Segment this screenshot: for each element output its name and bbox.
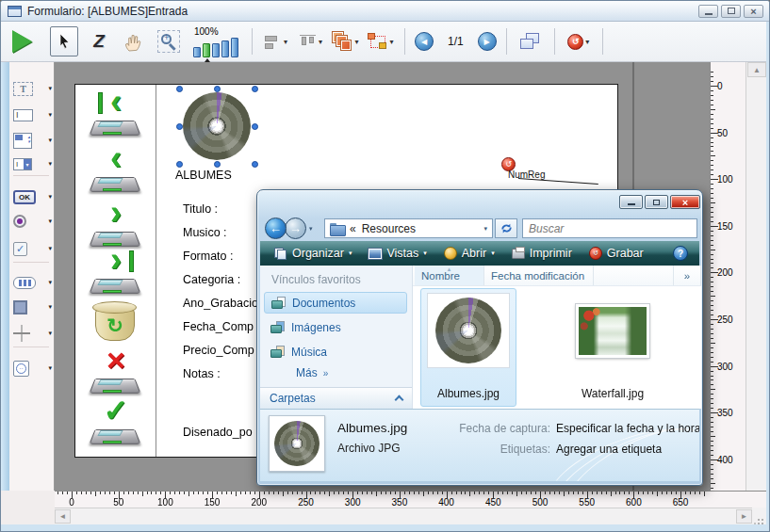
first-record-button[interactable]: ‹ [89,92,143,139]
help-button[interactable]: ? [673,246,688,261]
distribute-button[interactable]: ▾ [297,26,325,56]
horizontal-scrollbar[interactable]: ◄ ► [55,508,752,524]
pan-tool-button[interactable] [120,26,148,56]
column-header-name[interactable]: ▲Nombre [415,266,484,285]
toolbox-item-group-control[interactable]: ··▾ [13,357,52,379]
chevron-down-icon[interactable]: ▾ [389,38,393,46]
record-button[interactable]: ↺▾ [565,26,593,56]
recycle-button[interactable]: ↻ [92,299,138,345]
selection-handle[interactable] [176,161,183,168]
open-button[interactable]: Abrir▾ [435,241,503,266]
selection-handle[interactable] [176,86,183,92]
search-input[interactable] [523,222,696,235]
chevron-down-icon[interactable]: ▾ [48,111,52,119]
explorer-close-button[interactable]: × [670,195,700,209]
selection-handle[interactable] [176,123,183,130]
align-button[interactable]: ▾ [262,26,290,56]
file-list-area[interactable]: ▲Nombre Fecha modificación » Albumes.jpg… [412,266,701,409]
previous-record-button[interactable]: ‹ [89,149,143,196]
selection-handle[interactable] [252,123,258,130]
explorer-forward-button[interactable]: → [285,218,306,239]
accept-record-button[interactable]: ✓ [89,401,143,448]
explorer-minimize-button[interactable] [619,195,643,209]
chevron-down-icon[interactable]: ▾ [48,330,52,337]
folders-bar[interactable]: Carpetas [260,387,412,409]
file-tile[interactable]: Waterfall.jpg [547,288,679,407]
resize-grip[interactable] [752,508,766,524]
views-button[interactable]: Vistas▾ [360,241,434,266]
chevron-down-icon[interactable]: ▾ [354,38,358,46]
toolbox-item-combo-box[interactable]: I▾▾ [13,153,52,175]
chevron-down-icon[interactable]: ▾ [349,250,352,257]
chevron-down-icon[interactable]: ▾ [48,160,52,168]
toolbox-item-push-button[interactable]: OK▾ [13,185,52,208]
chevron-down-icon[interactable]: ▾ [585,38,589,46]
file-tile[interactable]: Albumes.jpg [420,288,516,407]
chevron-down-icon[interactable]: ▾ [48,218,52,225]
scroll-left-button[interactable]: ◄ [55,509,71,524]
vertical-scrollbar[interactable]: ▲ ▼ [745,62,766,508]
toolbox-item-list-control[interactable]: ▴▾▾ [13,129,52,152]
toolbox-item-check-box[interactable]: ✓▾ [13,237,52,260]
nav-link-more[interactable]: Más» [296,366,328,379]
burn-button[interactable]: ↺Grabar [581,241,652,266]
title-bar[interactable]: Formulario: [ALBUMES]Entrada × [1,1,769,22]
chevron-down-icon[interactable]: ▾ [48,364,52,372]
nav-link-documents[interactable]: Documentos [264,292,407,314]
chevron-down-icon[interactable]: ▾ [319,38,322,46]
nav-link-music[interactable]: Música [264,341,407,363]
order-button[interactable]: ▾ [332,26,360,56]
selection-handle[interactable] [214,161,221,168]
address-breadcrumb[interactable]: « Resources ▾ [324,218,493,238]
refresh-button[interactable] [495,218,517,238]
nav-link-pictures[interactable]: Imágenes [264,316,407,338]
toolbox-item-radio-button[interactable]: ▾ [13,210,52,233]
chevron-down-icon[interactable]: ▾ [491,250,495,257]
organize-button[interactable]: Organizar▾ [266,241,360,266]
chevron-down-icon[interactable]: ▾ [48,303,52,311]
scroll-right-button[interactable]: ► [736,509,752,524]
chevron-down-icon[interactable]: ▾ [48,279,52,286]
toolbox-item-toolbar-control[interactable]: ▾ [13,271,52,294]
toolbox-item-static-text[interactable]: T▾ [13,77,52,100]
breadcrumb-location[interactable]: Resources [362,222,416,235]
toolbox-item-edit-field[interactable]: I▾ [13,104,52,126]
chevron-down-icon[interactable]: ▾ [483,225,487,233]
previous-page-button[interactable]: ◀ [415,32,434,51]
column-header-date-modified[interactable]: Fecha modificación [484,266,594,285]
select-tool-button[interactable] [50,26,78,56]
chevron-down-icon[interactable]: ▾ [48,137,52,144]
chevron-down-icon[interactable]: ▾ [48,245,52,252]
recent-pages-dropdown[interactable]: ▾ [309,225,313,233]
selection-handle[interactable] [214,86,221,92]
column-header-more[interactable]: » [674,266,701,285]
last-record-button[interactable]: › [89,250,143,298]
chevron-down-icon[interactable]: ▾ [48,193,52,201]
print-button[interactable]: Imprimir [503,241,581,266]
chevron-down-icon[interactable]: ▾ [48,85,52,92]
cascade-windows-button[interactable] [516,26,545,56]
explorer-restore-button[interactable] [645,195,668,209]
column-header-blank[interactable] [594,266,674,285]
toolbox-item-splitter-control[interactable]: ▾ [13,322,52,345]
toolbox-item-frame-control[interactable]: ▾ [13,296,52,318]
chevron-down-icon[interactable]: ▾ [423,250,427,257]
zoom-tool-button[interactable] [155,26,183,56]
minimize-button[interactable] [698,5,718,18]
layout-button[interactable]: ▾ [367,26,395,56]
breadcrumb-chevrons[interactable]: « [350,222,356,235]
tab-order-tool-button[interactable]: Z [85,26,113,56]
chevron-down-icon[interactable]: ▾ [284,38,287,46]
close-button[interactable]: × [744,5,763,18]
capture-date-value[interactable]: Especificar la fecha y la hora de ca... [556,422,699,435]
selection-handle[interactable] [252,86,258,92]
next-page-button[interactable]: ▶ [478,32,497,51]
zoom-level-control[interactable]: 100% [193,26,238,57]
explorer-window[interactable]: × ← → ▾ « Resources ▾ Organizar▾ Vistas▾… [256,189,703,486]
explorer-back-button[interactable]: ← [265,218,287,239]
scroll-up-button[interactable]: ▲ [747,62,766,77]
restore-button[interactable] [721,5,741,18]
tags-value[interactable]: Agregar una etiqueta [556,443,699,456]
delete-record-button[interactable]: × [89,350,143,397]
run-form-button[interactable] [12,30,32,53]
